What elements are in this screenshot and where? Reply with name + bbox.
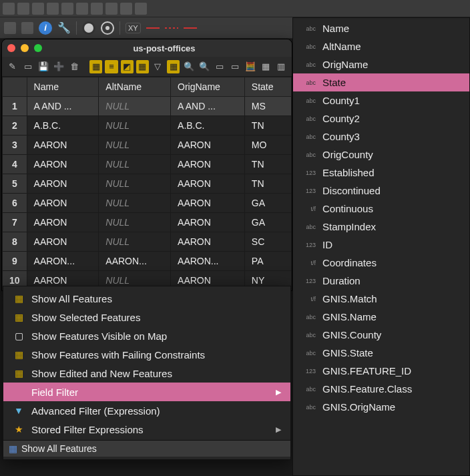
table-row[interactable]: 3AARONNULLAARONMO — [3, 136, 292, 155]
cell-origname[interactable]: AARON... — [171, 252, 245, 271]
row-number-cell[interactable]: 2 — [3, 116, 27, 136]
field-menu-item[interactable]: abcCounty3 — [293, 128, 469, 146]
table-row[interactable]: 5AARONNULLAARONTN — [3, 174, 292, 194]
cell-name[interactable]: AARON — [27, 213, 99, 232]
conditional-format-icon[interactable]: ▦ — [260, 60, 272, 73]
toolbar-icon[interactable] — [47, 3, 59, 15]
minimize-window-icon[interactable] — [21, 44, 29, 52]
cell-origname[interactable]: A.B.C. — [171, 116, 245, 136]
toolbar-icon[interactable] — [17, 3, 29, 15]
cell-name[interactable]: AARON... — [27, 252, 99, 271]
cell-state[interactable]: GA — [244, 194, 291, 213]
toolbar-icon[interactable]: ▭ — [21, 60, 34, 73]
table-row[interactable]: 7AARONNULLAARONGA — [3, 213, 292, 232]
attribute-table[interactable]: NameAltNameOrigNameState 1A AND ...NULLA… — [2, 77, 292, 290]
save-icon[interactable]: 💾 — [37, 60, 49, 73]
cell-state[interactable]: GA — [244, 213, 291, 232]
row-number-cell[interactable]: 8 — [3, 232, 27, 252]
menu-item-show-features-visible-on-map[interactable]: ▢Show Features Visible on Map — [3, 326, 290, 345]
select-icon[interactable]: ▦ — [167, 60, 180, 73]
target-tool-icon[interactable] — [101, 21, 114, 35]
row-number-cell[interactable]: 5 — [3, 174, 27, 194]
close-window-icon[interactable] — [7, 44, 15, 52]
delete-feature-icon[interactable]: 🗑 — [68, 60, 81, 73]
menu-item-advanced-filter-expression[interactable]: ▼Advanced Filter (Expression) — [3, 401, 290, 420]
menu-item-stored-filter-expressions[interactable]: ★Stored Filter Expressions▶ — [3, 420, 290, 439]
field-menu-item[interactable]: abcOrigName — [293, 55, 469, 73]
field-menu-item[interactable]: t/fGNIS.Match — [293, 290, 469, 308]
cell-name[interactable]: AARON — [27, 136, 99, 155]
cell-name[interactable]: A.B.C. — [27, 116, 99, 136]
field-menu-item[interactable]: abcAltName — [293, 37, 469, 55]
line-tool-icon[interactable] — [146, 27, 160, 29]
field-calc-icon[interactable]: 🧮 — [244, 60, 257, 73]
field-menu-item[interactable]: 123GNIS.FEATURE_ID — [293, 362, 469, 380]
cell-name[interactable]: A AND ... — [27, 97, 99, 116]
pan-selected-icon[interactable]: 🔍 — [198, 60, 210, 73]
column-header[interactable]: State — [244, 77, 291, 97]
toolbar-icon[interactable] — [91, 3, 103, 15]
row-number-cell[interactable]: 9 — [3, 252, 27, 271]
table-row[interactable]: 1A AND ...NULLA AND ...MS — [3, 97, 292, 116]
menu-item-show-edited-and-new-features[interactable]: ▦Show Edited and New Features — [3, 364, 290, 383]
row-number-cell[interactable]: 7 — [3, 213, 27, 232]
dashed-line-tool-icon[interactable] — [165, 27, 178, 29]
cell-state[interactable]: SC — [244, 232, 291, 252]
cell-altname[interactable]: NULL — [99, 213, 171, 232]
invert-selection-icon[interactable]: ◩ — [121, 60, 134, 73]
field-menu-item[interactable]: abcGNIS.Feature.Class — [293, 380, 469, 398]
add-feature-icon[interactable]: ➕ — [52, 60, 65, 73]
toolbar-icon[interactable] — [76, 3, 88, 15]
row-number-cell[interactable]: 1 — [3, 97, 27, 116]
cell-name[interactable]: AARON — [27, 155, 99, 174]
window-titlebar[interactable]: us-post-offices — [2, 39, 292, 57]
field-menu-item[interactable]: abcName — [293, 19, 469, 37]
deselect-icon[interactable]: ▦ — [136, 60, 149, 73]
cell-origname[interactable]: A AND ... — [171, 97, 245, 116]
field-menu-item[interactable]: 123Duration — [293, 272, 469, 290]
field-menu-item[interactable]: abcOrigCounty — [293, 146, 469, 164]
select-icon[interactable]: ▦ — [89, 60, 102, 73]
cell-origname[interactable]: AARON — [171, 213, 245, 232]
menu-item-show-selected-features[interactable]: ▦Show Selected Features — [3, 308, 290, 326]
field-menu-item[interactable]: 123ID — [293, 236, 469, 254]
toolbar-icon[interactable] — [135, 3, 147, 15]
toolbar-icon[interactable] — [105, 3, 118, 15]
column-header[interactable]: OrigName — [171, 77, 245, 97]
table-row[interactable]: 2A.B.C.NULLA.B.C.TN — [3, 116, 292, 136]
field-menu-item[interactable]: 123Established — [293, 164, 469, 182]
dock-icon[interactable]: ▥ — [275, 60, 288, 73]
cell-altname[interactable]: NULL — [99, 97, 171, 116]
filter-status-bar[interactable]: ▦Show All Features — [3, 440, 290, 457]
circle-tool-icon[interactable] — [82, 21, 95, 35]
toolbar-icon[interactable]: ▭ — [213, 60, 226, 73]
cell-origname[interactable]: AARON — [171, 136, 245, 155]
cell-origname[interactable]: AARON — [171, 232, 245, 252]
toolbar-icon[interactable] — [32, 3, 44, 15]
cell-altname[interactable]: NULL — [99, 232, 171, 252]
zoom-selected-icon[interactable]: 🔍 — [182, 60, 195, 73]
menu-item-show-all-features[interactable]: ▦Show All Features — [3, 289, 290, 308]
table-row[interactable]: 8AARONNULLAARONSC — [3, 232, 292, 252]
identify-icon[interactable]: i — [39, 21, 52, 35]
row-number-cell[interactable]: 4 — [3, 155, 27, 174]
field-menu-item[interactable]: t/fContinuous — [293, 200, 469, 218]
cell-name[interactable]: AARON — [27, 174, 99, 194]
cell-state[interactable]: PA — [244, 252, 291, 271]
table-row[interactable]: 9AARON...AARON...AARON...PA — [3, 252, 292, 271]
cell-altname[interactable]: NULL — [99, 136, 171, 155]
cell-altname[interactable]: NULL — [99, 155, 171, 174]
cell-altname[interactable]: NULL — [99, 116, 171, 136]
field-menu-item[interactable]: abcGNIS.OrigName — [293, 398, 469, 416]
field-menu-item[interactable]: t/fCoordinates — [293, 254, 469, 272]
cell-state[interactable]: MO — [244, 136, 291, 155]
cell-state[interactable]: TN — [244, 174, 291, 194]
toolbar-icon[interactable] — [4, 22, 16, 34]
toolbar-icon[interactable] — [120, 3, 132, 15]
cell-altname[interactable]: NULL — [99, 174, 171, 194]
row-number-cell[interactable]: 3 — [3, 136, 27, 155]
column-header[interactable]: AltName — [99, 77, 171, 97]
field-menu-item[interactable]: abcCounty1 — [293, 91, 469, 109]
toolbar-icon[interactable]: ▭ — [228, 60, 241, 73]
filter-icon[interactable]: ▽ — [152, 60, 164, 73]
